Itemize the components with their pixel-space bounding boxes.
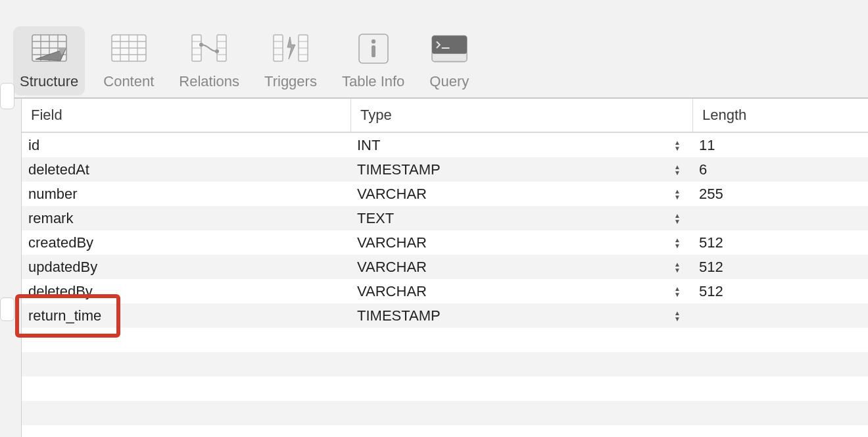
field-length-cell[interactable]: 512 [692, 283, 868, 300]
tab-label: Triggers [264, 73, 317, 90]
field-type-cell[interactable]: TIMESTAMP▲▼ [350, 161, 692, 178]
tab-label: Relations [179, 73, 239, 90]
svg-rect-36 [432, 36, 467, 54]
field-type-cell[interactable]: INT▲▼ [350, 137, 692, 154]
content-area: Field Type Length idINT▲▼11deletedAtTIME… [0, 99, 868, 437]
field-length-cell[interactable]: 11 [692, 137, 868, 154]
column-header-length[interactable]: Length [692, 99, 868, 132]
field-name-cell[interactable]: createdBy [22, 234, 350, 251]
field-type-cell[interactable]: VARCHAR▲▼ [350, 234, 692, 251]
table-row[interactable]: idINT▲▼11 [22, 133, 868, 157]
table-row-empty [22, 401, 868, 425]
table-row-empty [22, 328, 868, 352]
tab-content[interactable]: Content [97, 26, 160, 95]
type-dropdown-stepper-icon[interactable]: ▲▼ [673, 260, 682, 274]
svg-point-23 [215, 49, 219, 53]
field-length-cell[interactable]: 512 [692, 259, 868, 276]
tab-label: Table Info [342, 73, 404, 90]
type-dropdown-stepper-icon[interactable]: ▲▼ [673, 211, 682, 226]
type-dropdown-stepper-icon[interactable]: ▲▼ [673, 236, 682, 250]
table-row[interactable]: deletedByVARCHAR▲▼512 [22, 279, 868, 303]
query-icon [431, 30, 468, 66]
triggers-icon [272, 30, 308, 66]
type-dropdown-stepper-icon[interactable]: ▲▼ [673, 163, 682, 177]
type-dropdown-stepper-icon[interactable]: ▲▼ [673, 187, 682, 201]
field-length-cell[interactable]: 255 [692, 186, 868, 203]
field-type-cell[interactable]: VARCHAR▲▼ [350, 259, 692, 276]
tab-label: Query [429, 73, 469, 90]
field-name-cell[interactable]: remark [22, 210, 350, 227]
table-row[interactable]: numberVARCHAR▲▼255 [22, 182, 868, 206]
field-name-cell[interactable]: return_time [22, 307, 350, 324]
type-dropdown-stepper-icon[interactable]: ▲▼ [673, 138, 682, 153]
svg-rect-34 [372, 45, 375, 57]
structure-icon [31, 30, 67, 66]
table-row[interactable]: deletedAtTIMESTAMP▲▼6 [22, 157, 868, 182]
structure-table: Field Type Length idINT▲▼11deletedAtTIME… [21, 99, 868, 437]
tableinfo-icon [355, 30, 391, 66]
table-header: Field Type Length [22, 99, 868, 133]
tab-query[interactable]: Query [423, 26, 475, 95]
field-type-cell[interactable]: TEXT▲▼ [350, 210, 692, 227]
relations-icon [191, 30, 228, 66]
svg-point-33 [371, 39, 375, 43]
table-body: idINT▲▼11deletedAtTIMESTAMP▲▼6numberVARC… [22, 133, 868, 328]
field-length-cell[interactable]: 512 [692, 234, 868, 251]
field-type-cell[interactable]: VARCHAR▲▼ [350, 186, 692, 203]
svg-point-22 [199, 43, 203, 47]
type-dropdown-stepper-icon[interactable]: ▲▼ [673, 309, 682, 323]
content-icon [110, 30, 147, 66]
tab-tableinfo[interactable]: Table Info [335, 26, 411, 95]
table-row[interactable]: createdByVARCHAR▲▼512 [22, 230, 868, 255]
tab-structure[interactable]: Structure [13, 26, 85, 95]
type-dropdown-stepper-icon[interactable]: ▲▼ [673, 284, 682, 299]
tab-relations[interactable]: Relations [172, 26, 246, 95]
table-empty-rows [22, 328, 868, 437]
field-type-cell[interactable]: VARCHAR▲▼ [350, 283, 692, 300]
table-row-empty [22, 352, 868, 376]
gutter-tab-stub[interactable] [0, 297, 14, 321]
gutter-tab-stub[interactable] [0, 83, 14, 109]
field-name-cell[interactable]: deletedAt [22, 161, 350, 178]
left-gutter [0, 99, 21, 437]
tab-triggers[interactable]: Triggers [258, 26, 324, 95]
table-row-empty [22, 425, 868, 437]
field-name-cell[interactable]: updatedBy [22, 259, 350, 276]
field-name-cell[interactable]: deletedBy [22, 283, 350, 300]
table-row[interactable]: remarkTEXT▲▼ [22, 206, 868, 230]
table-row[interactable]: return_timeTIMESTAMP▲▼ [22, 303, 868, 328]
toolbar: Structure Content [0, 0, 868, 99]
column-header-field[interactable]: Field [22, 107, 350, 124]
field-name-cell[interactable]: id [22, 137, 350, 154]
table-row[interactable]: updatedByVARCHAR▲▼512 [22, 255, 868, 279]
column-header-type[interactable]: Type [350, 99, 692, 132]
field-length-cell[interactable]: 6 [692, 161, 868, 178]
table-row-empty [22, 376, 868, 401]
tab-label: Content [103, 73, 154, 90]
field-type-cell[interactable]: TIMESTAMP▲▼ [350, 307, 692, 324]
field-name-cell[interactable]: number [22, 186, 350, 203]
tab-label: Structure [20, 73, 78, 90]
